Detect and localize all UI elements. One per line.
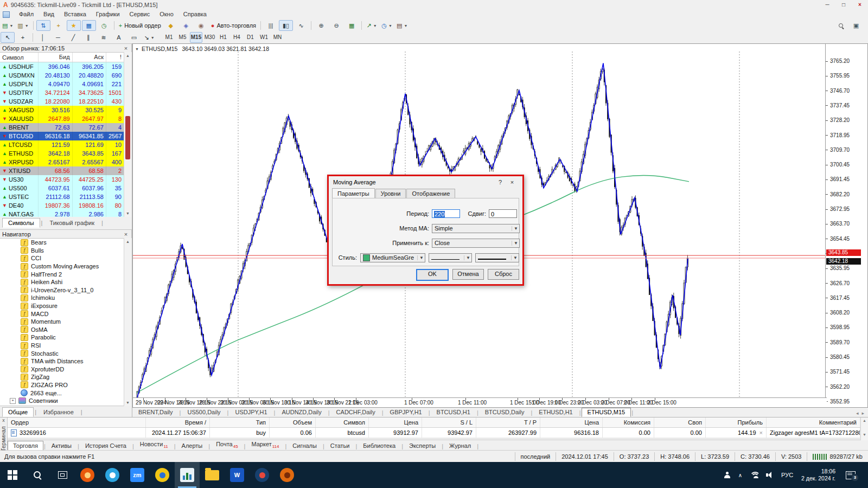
timeframe-m15-button[interactable]: M15 xyxy=(190,32,202,43)
navigator-indicator-item[interactable]: ƒIchimoku xyxy=(0,294,124,302)
vertical-line-tool[interactable]: │ xyxy=(36,32,50,43)
navigator-indicator-item[interactable]: ƒMACD xyxy=(0,310,124,318)
new-chart-button[interactable]: ▤▼ xyxy=(1,20,15,31)
terminal-tab-история-счета[interactable]: История Счета xyxy=(80,441,132,451)
scrollbar-thumb[interactable] xyxy=(125,116,130,159)
taskbar-game-app-button[interactable] xyxy=(275,462,299,488)
scroll-up-icon[interactable]: ▲ xyxy=(124,238,131,245)
terminal-toggle[interactable]: ▦ xyxy=(82,20,96,31)
shift-input[interactable]: 0 xyxy=(489,209,517,218)
navigator-indicator-item[interactable]: ƒParabolic xyxy=(0,333,124,342)
profiles-button[interactable]: ▥▼ xyxy=(16,20,30,31)
terminal-tab-активы[interactable]: Активы xyxy=(46,441,77,451)
cursor-tool[interactable]: ↖ xyxy=(1,32,15,43)
navigator-indicator-item[interactable]: ƒRSI xyxy=(0,342,124,350)
chart-tab-usdjpy-h1[interactable]: USDJPY,H1 xyxy=(229,408,273,417)
navigator-indicator-item[interactable]: ƒHalfTrend 2 xyxy=(0,270,124,278)
navigator-indicator-item[interactable]: ƒZIGZAG PRO xyxy=(0,381,124,389)
timeframe-w1-button[interactable]: W1 xyxy=(258,32,270,43)
indicators-button[interactable]: ↗▼ xyxy=(365,20,379,31)
text-tool[interactable]: A xyxy=(112,32,126,43)
navigator-indicator-item[interactable]: ƒMomentum xyxy=(0,318,124,326)
horizontal-line-tool[interactable]: ─ xyxy=(51,32,65,43)
channel-tool[interactable]: ∥ xyxy=(81,32,95,43)
tile-windows-button[interactable]: ▦ xyxy=(344,20,359,31)
period-input[interactable]: 220 xyxy=(432,209,460,218)
market-watch-toggle[interactable]: ⇅ xyxy=(36,20,50,31)
metaeditor-button[interactable]: ◆ xyxy=(164,20,178,31)
navigator-tab-2[interactable]: Избранное xyxy=(37,407,80,417)
start-button[interactable] xyxy=(0,462,25,488)
chart-tab-cadchf-daily[interactable]: CADCHF,Daily xyxy=(330,408,381,417)
timeframe-d1-button[interactable]: D1 xyxy=(244,32,257,43)
market-watch-row-us500[interactable]: ▲US5006037.616037.9635 xyxy=(0,184,124,192)
market-watch-row-ethusd[interactable]: ▲ETHUSD3642.183643.85167 xyxy=(0,149,124,158)
volume-tray-icon[interactable] xyxy=(762,462,777,488)
terminal-tab-новости[interactable]: Новости11 xyxy=(135,439,174,451)
terminal-tab-журнал[interactable]: Журнал xyxy=(444,441,476,451)
periods-button[interactable]: ◷▼ xyxy=(380,20,394,31)
line-width-select[interactable]: ▼ xyxy=(475,253,519,262)
terminal-tab-почта[interactable]: Почта45 xyxy=(210,439,243,451)
navigator-advisors-item[interactable]: +Советники xyxy=(0,397,124,405)
crosshair-tool[interactable]: + xyxy=(16,32,30,43)
tab-scroll-left-icon[interactable]: ◂ xyxy=(856,410,859,416)
taskbar-word-button[interactable]: W xyxy=(225,462,250,488)
market-watch-row-us30[interactable]: ▼US3044723.9544725.25130 xyxy=(0,175,124,184)
task-view-button[interactable] xyxy=(50,462,75,488)
line-chart-button[interactable]: ∿ xyxy=(294,20,308,31)
language-indicator[interactable]: РУС xyxy=(777,462,797,488)
taskbar-store-app-button[interactable] xyxy=(250,462,275,488)
apply-to-select[interactable]: Close▼ xyxy=(432,239,520,248)
taskbar-file-explorer-button[interactable] xyxy=(200,462,225,488)
chart-tab-gbpjpy-h1[interactable]: GBPJPY,H1 xyxy=(384,408,428,417)
style-color-select[interactable]: MediumSeaGre▼ xyxy=(360,253,425,262)
timeframe-h4-button[interactable]: H4 xyxy=(231,32,243,43)
timeframe-m5-button[interactable]: M5 xyxy=(176,32,189,43)
terminal-scrollbar[interactable]: ▲▼ xyxy=(860,418,868,440)
chart-tab-btcusd-h1[interactable]: BTCUSD,H1 xyxy=(431,408,476,417)
templates-button[interactable]: ▤▼ xyxy=(395,20,409,31)
market-watch-row-usdpln[interactable]: ▲USDPLN4.094704.09691221 xyxy=(0,80,124,88)
zoom-out-button[interactable]: ⊖ xyxy=(329,20,343,31)
terminal-tab-эксперты[interactable]: Эксперты xyxy=(404,441,441,451)
market-watch-row-xauusd[interactable]: ▼XAUUSD2647.892647.978 xyxy=(0,114,124,123)
remote-access-tray-icon[interactable] xyxy=(720,462,735,488)
market-watch-row-xagusd[interactable]: ▲XAGUSD30.51630.5259 xyxy=(0,106,124,114)
navigator-more-item[interactable]: 2663 еще... xyxy=(0,389,124,397)
market-watch-row-usdtry[interactable]: ▼USDTRY34.7212434.736251501 xyxy=(0,88,124,97)
navigator-indicator-item[interactable]: ƒStochastic xyxy=(0,349,124,357)
data-window-toggle[interactable]: + xyxy=(52,20,66,31)
terminal-tab-статьи[interactable]: Статьи xyxy=(325,441,355,451)
line-style-select[interactable]: ▼ xyxy=(429,253,472,262)
ma-method-select[interactable]: Simple▼ xyxy=(432,224,520,233)
auto-trading-button[interactable]: ●Авто-торговля xyxy=(209,20,258,31)
market-watch-row-usdzar[interactable]: ▼USDZAR18.2208018.22510430 xyxy=(0,97,124,106)
dialog-close-button[interactable]: × xyxy=(506,179,518,185)
minimize-button[interactable]: ─ xyxy=(819,0,835,9)
market-watch-row-xtiusd[interactable]: ▼XTIUSD68.5668.582 xyxy=(0,166,124,175)
navigator-tab-1[interactable]: Общие xyxy=(2,407,34,417)
terminal-close-icon[interactable]: x xyxy=(0,418,7,423)
timeframe-m1-button[interactable]: M1 xyxy=(163,32,175,43)
ok-button[interactable]: OK xyxy=(416,269,449,281)
chart-tab-audnzd-daily[interactable]: AUDNZD,Daily xyxy=(276,408,327,417)
navigator-indicator-item[interactable]: ƒTMA with Distances xyxy=(0,357,124,365)
action-center-button[interactable]: 3 xyxy=(840,462,865,488)
market-watch-row-btcusd[interactable]: ▼BTCUSD96316.1896341.852567 xyxy=(0,132,124,140)
taskbar-telegram-button[interactable] xyxy=(100,462,125,488)
terminal-tab-маркет[interactable]: Маркет114 xyxy=(246,439,284,451)
new-order-button[interactable]: +Новый ордер xyxy=(117,20,163,31)
navigator-indicator-item[interactable]: ƒCCI xyxy=(0,254,124,262)
shapes-tool[interactable]: ↘▼ xyxy=(142,32,156,43)
dialog-tab-уровни[interactable]: Уровни xyxy=(375,189,406,198)
terminal-tab-сигналы[interactable]: Сигналы xyxy=(287,441,322,451)
market-watch-row-usdmxn[interactable]: ▲USDMXN20.4813020.48820690 xyxy=(0,71,124,80)
menu-item-графики[interactable]: Графики xyxy=(91,11,125,17)
maximize-button[interactable]: □ xyxy=(835,0,852,9)
trendline-tool[interactable]: ╱ xyxy=(66,32,80,43)
taskbar-photos-app-button[interactable] xyxy=(150,462,175,488)
chart-tab-btcusd-daily[interactable]: BTCUSD,Daily xyxy=(479,408,531,417)
timeframe-h1-button[interactable]: H1 xyxy=(217,32,229,43)
taskbar-zoom-button[interactable]: zm xyxy=(125,462,150,488)
